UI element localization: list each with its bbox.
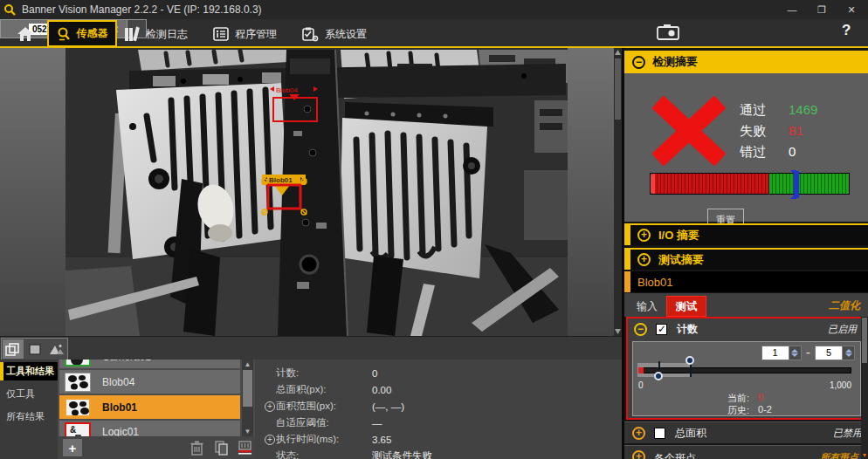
spinner-arrows-icon[interactable]: [842, 346, 854, 360]
overlay-only-button[interactable]: [46, 339, 67, 359]
viewport-scrollbar[interactable]: [614, 48, 622, 336]
result-row: 计数: 0: [255, 365, 622, 381]
sensor-icon: [57, 27, 71, 41]
blobs-status: 所有斑点: [820, 451, 858, 459]
expand-icon[interactable]: +: [265, 435, 275, 445]
count-header[interactable]: − 计数 已启用: [628, 319, 865, 339]
tab-tools-only[interactable]: 仅工具: [0, 385, 58, 403]
settings-icon: [302, 27, 319, 42]
expand-icon[interactable]: +: [632, 427, 645, 440]
count-status: 已启用: [828, 323, 857, 336]
tool-row-camera01[interactable]: Camera01: [59, 360, 240, 368]
scrollbar-thumb[interactable]: [243, 370, 252, 407]
count-max-spinner[interactable]: 5: [815, 346, 855, 360]
pass-label: 通过: [740, 102, 782, 119]
result-row: + 执行时间(ms): 3.65: [255, 431, 622, 448]
result-label: 面积范围(px):: [276, 400, 372, 413]
individual-blobs-section[interactable]: + 各个斑点 所有斑点: [624, 445, 868, 459]
roi-blob04-label: Blob04: [276, 86, 298, 94]
tab-all-results[interactable]: 所有结果: [0, 408, 58, 426]
total-area-status: 已禁用: [833, 427, 862, 440]
inspection-summary-header[interactable]: − 检测摘要: [624, 51, 868, 73]
count-checkbox[interactable]: [656, 324, 667, 335]
help-button[interactable]: ?: [842, 22, 851, 39]
nav-tab-programs[interactable]: 程序管理: [213, 22, 277, 46]
nav-tab-settings-label: 系统设置: [325, 27, 367, 42]
expand-icon[interactable]: +: [637, 229, 651, 242]
scale-min-label: 0: [638, 380, 644, 390]
selected-tool-header[interactable]: Blob01: [624, 271, 868, 292]
display-mode-group: [1, 338, 68, 360]
tab-tools-only-label: 仅工具: [6, 387, 35, 401]
slider-min-handle[interactable]: [658, 361, 660, 377]
handle-knob[interactable]: [654, 372, 663, 380]
count-max-value: 5: [816, 346, 842, 360]
scale-max-label: 1,000: [830, 380, 851, 390]
handle-knob[interactable]: [685, 356, 694, 365]
layers-icon: [5, 343, 20, 356]
add-tool-button[interactable]: +: [63, 439, 82, 456]
scroll-down-icon[interactable]: ▼: [861, 452, 868, 458]
expand-icon[interactable]: +: [632, 450, 645, 459]
inspection-summary-body: 通过 1469 失败 81 错过 0 重置: [624, 73, 868, 222]
tool-tab-bar: 输入 测试 二值化: [624, 293, 868, 317]
scroll-up-icon[interactable]: ▲: [242, 360, 253, 369]
snapshot-button[interactable]: [657, 24, 679, 45]
expand-icon[interactable]: +: [265, 401, 275, 412]
minimize-button[interactable]: —: [777, 0, 807, 19]
delete-all-button[interactable]: [235, 439, 254, 456]
window-title: Banner Vision Manager 2.2.2 - VE (IP: 19…: [22, 3, 262, 16]
right-panel-scrollbar[interactable]: ▼: [861, 317, 868, 459]
tab-test[interactable]: 测试: [666, 296, 706, 317]
image-only-button[interactable]: [24, 339, 45, 359]
blob-tool-icon: [65, 398, 91, 417]
square-icon: [29, 344, 41, 355]
result-value: (—, —): [372, 401, 404, 412]
tool-row-blob01[interactable]: Blob01: [59, 395, 240, 419]
nav-tab-sensor[interactable]: 传感器: [47, 20, 117, 47]
count-min-spinner[interactable]: 1: [761, 346, 802, 360]
total-area-section[interactable]: + 总面积 已禁用: [624, 421, 868, 443]
title-bar: Banner Vision Manager 2.2.2 - VE (IP: 19…: [0, 0, 868, 19]
total-area-checkbox[interactable]: [654, 428, 665, 439]
spinner-arrows-icon[interactable]: [789, 346, 801, 360]
delete-tool-button[interactable]: [187, 439, 206, 456]
maximize-button[interactable]: ❐: [807, 0, 837, 19]
io-summary-title: I/O 摘要: [658, 228, 699, 243]
expand-icon[interactable]: +: [637, 253, 651, 266]
tool-list-scrollbar[interactable]: ▲ ▼: [242, 360, 253, 436]
scroll-down-icon[interactable]: ▼: [242, 427, 253, 436]
meter-threshold-marker[interactable]: [794, 171, 799, 198]
logs-icon: [124, 27, 140, 42]
tab-tools-and-results[interactable]: 工具和结果: [0, 362, 58, 380]
close-button[interactable]: ✕: [837, 0, 866, 19]
trash-icon: [190, 441, 203, 456]
range-separator: -: [806, 345, 810, 360]
scrollbar-thumb[interactable]: [862, 318, 867, 363]
tab-test-label: 测试: [676, 299, 697, 314]
tab-input[interactable]: 输入: [628, 296, 666, 317]
image-viewport[interactable]: Blob04 Blob01: [0, 48, 622, 336]
slider-max-handle[interactable]: [690, 360, 692, 377]
miss-value: 0: [789, 144, 796, 161]
tool-list-actions: +: [58, 436, 255, 459]
io-summary-header[interactable]: + I/O 摘要: [624, 223, 868, 245]
test-summary-header[interactable]: + 测试摘要: [624, 248, 868, 270]
tool-row-blob04[interactable]: Blob04: [59, 370, 240, 394]
blobs-title: 各个斑点: [654, 451, 696, 459]
layers-view-button[interactable]: [3, 339, 24, 359]
home-button[interactable]: [9, 22, 42, 45]
app-window: Banner Vision Manager 2.2.2 - VE (IP: 19…: [0, 0, 868, 459]
copy-tool-button[interactable]: [212, 439, 231, 456]
collapse-icon[interactable]: −: [632, 56, 645, 69]
tab-input-label: 输入: [637, 299, 658, 314]
tool-list: Camera01 Blob04 Blob01 &: [58, 360, 255, 459]
fail-x-icon: [649, 92, 729, 169]
fail-stat: 失败 81: [740, 123, 803, 140]
result-row: + 面积范围(px): (—, —): [255, 398, 622, 414]
count-slider-track[interactable]: [638, 367, 851, 373]
nav-tab-settings[interactable]: 系统设置: [302, 22, 367, 46]
collapse-icon[interactable]: −: [634, 323, 647, 336]
result-label: 执行时间(ms):: [276, 433, 372, 446]
nav-tab-logs[interactable]: 检测日志: [124, 22, 188, 46]
